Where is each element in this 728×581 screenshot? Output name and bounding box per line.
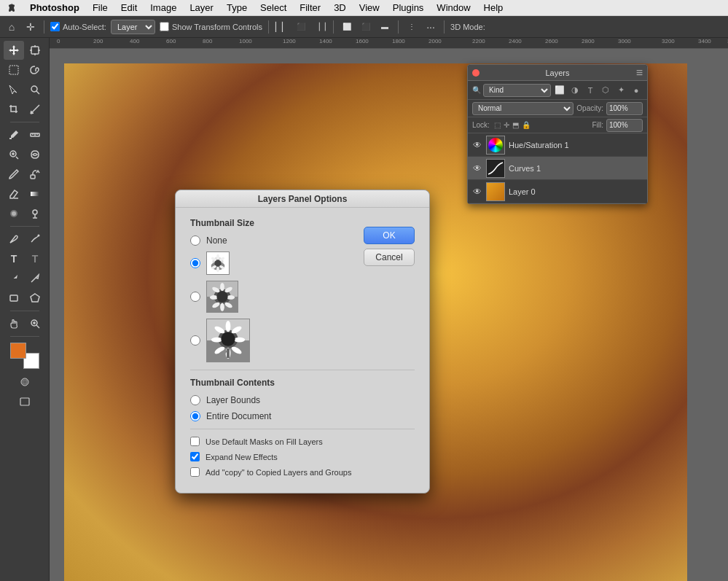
svg-rect-5 [9, 66, 18, 74]
radio-layer-bounds[interactable] [190, 395, 200, 405]
gradient-tool-btn[interactable] [25, 184, 45, 203]
svg-rect-31 [23, 380, 27, 384]
layer-kind-select[interactable]: Kind [483, 84, 551, 97]
blur-tool-btn[interactable] [4, 204, 24, 223]
ruler-tool-btn[interactable] [25, 125, 45, 144]
layer-item-huesat[interactable]: 👁 Hue/Saturation 1 [468, 133, 647, 157]
align-top-icon[interactable]: ⬜ [340, 20, 354, 34]
layer-visibility-layer0[interactable]: 👁 [472, 187, 482, 197]
layers-panel-menu-btn[interactable]: ≡ [636, 66, 643, 79]
healing-tool-btn[interactable] [4, 145, 24, 164]
layer-item-curves[interactable]: 👁 Curves 1 [468, 157, 647, 180]
checkbox-default-masks[interactable] [190, 437, 200, 446]
checkbox-add-copy[interactable] [190, 467, 200, 477]
layer-item-layer0[interactable]: 👁 Layer 0 [468, 180, 647, 203]
align-middle-icon[interactable]: ⬛ [359, 20, 373, 34]
opacity-input[interactable] [606, 102, 643, 115]
toolbar-separator-2 [10, 226, 39, 227]
menu-edit[interactable]: Edit [116, 1, 142, 15]
distribute-icon[interactable]: ⋮ [404, 20, 419, 34]
eraser-tool-btn[interactable] [4, 184, 24, 203]
transform-controls-checkbox[interactable] [160, 22, 169, 31]
slice-tool-btn[interactable] [25, 100, 45, 119]
object-selection-tool-btn[interactable] [4, 80, 24, 99]
menu-photoshop[interactable]: Photoshop [25, 1, 85, 15]
marquee-rect-tool-btn[interactable] [4, 61, 24, 79]
eyedropper-tool-btn[interactable] [4, 125, 24, 144]
patch-tool-btn[interactable] [25, 145, 45, 164]
align-left-icon[interactable]: ▏▏ [275, 20, 289, 34]
lock-all-icon[interactable]: 🔒 [522, 121, 531, 129]
align-right-icon[interactable]: ▕▕ [313, 20, 327, 34]
brush-tool-btn[interactable] [4, 165, 24, 184]
path-selection-tool-btn[interactable] [4, 269, 24, 288]
menu-type[interactable]: Type [222, 1, 252, 15]
layer-name-curves: Curves 1 [509, 164, 643, 173]
lock-pixels-icon[interactable]: ⬚ [494, 121, 501, 129]
menu-window[interactable]: Window [431, 1, 475, 15]
apple-logo-icon[interactable] [6, 2, 17, 14]
menu-select[interactable]: Select [255, 1, 291, 15]
move-tool-btn[interactable] [4, 41, 24, 60]
align-center-h-icon[interactable]: ⬛ [294, 20, 308, 34]
type-filter-btn[interactable]: T [584, 84, 597, 97]
radio-entire-document[interactable] [190, 411, 200, 421]
filter-toggle-btn[interactable]: ● [630, 84, 643, 97]
quick-selection-tool-btn[interactable] [25, 80, 45, 99]
type-mask-tool-btn[interactable]: T [25, 249, 45, 268]
screen-mode-btn[interactable] [15, 392, 35, 411]
adjust-filter-btn[interactable]: ◑ [568, 84, 582, 97]
layer-visibility-curves[interactable]: 👁 [472, 163, 482, 173]
radio-none[interactable] [190, 235, 200, 246]
checkbox-option-add-copy: Add "copy" to Copied Layers and Groups [190, 467, 415, 477]
fill-input[interactable] [606, 119, 643, 132]
menu-view[interactable]: View [354, 1, 385, 15]
menu-layer[interactable]: Layer [184, 1, 219, 15]
more-options-icon[interactable]: ··· [423, 20, 438, 34]
checkbox-expand-effects[interactable] [190, 452, 200, 461]
foreground-color-swatch[interactable] [10, 343, 26, 359]
menu-file[interactable]: File [87, 1, 113, 15]
custom-shape-tool-btn[interactable] [25, 289, 45, 308]
radio-small[interactable] [190, 258, 200, 268]
menu-help[interactable]: Help [479, 1, 509, 15]
dodge-tool-btn[interactable] [25, 204, 45, 223]
crop-tool-btn[interactable] [4, 100, 24, 119]
radio-option-large [190, 319, 415, 362]
dialog-cancel-btn[interactable]: Cancel [364, 249, 415, 266]
dialog-ok-btn[interactable]: OK [364, 227, 415, 244]
toolbar-separator-3 [10, 311, 39, 311]
clone-tool-btn[interactable] [25, 165, 45, 184]
layer-visibility-huesat[interactable]: 👁 [472, 140, 482, 150]
move-icon[interactable]: ✛ [23, 20, 38, 34]
direct-selection-tool-btn[interactable] [25, 269, 45, 288]
menu-image[interactable]: Image [145, 1, 181, 15]
lasso-tool-btn[interactable] [25, 61, 45, 79]
rectangle-shape-tool-btn[interactable] [4, 289, 24, 308]
hand-tool-btn[interactable] [4, 314, 24, 333]
pixel-filter-btn[interactable]: ⬜ [553, 84, 566, 97]
zoom-tool-btn[interactable] [25, 314, 45, 333]
layers-panel-close-btn[interactable] [472, 69, 480, 77]
freeform-pen-tool-btn[interactable] [25, 230, 45, 249]
align-bottom-icon[interactable]: ▬ [377, 20, 392, 34]
pen-tool-btn[interactable] [4, 230, 24, 249]
radio-medium[interactable] [190, 292, 200, 302]
lock-artboard-icon[interactable]: ⬒ [512, 121, 519, 129]
smart-filter-btn[interactable]: ✦ [614, 84, 627, 97]
type-tool-btn[interactable]: T [4, 249, 24, 268]
shape-filter-btn[interactable]: ⬡ [599, 84, 612, 97]
lock-position-icon[interactable]: ✛ [504, 121, 509, 129]
menu-plugins[interactable]: Plugins [388, 1, 429, 15]
menu-3d[interactable]: 3D [329, 1, 351, 15]
thumb-preview-medium [206, 281, 238, 313]
blend-mode-select[interactable]: Normal [472, 102, 574, 115]
menu-filter[interactable]: Filter [294, 1, 326, 15]
quick-mask-btn[interactable] [15, 373, 35, 391]
artboard-tool-btn[interactable] [25, 41, 45, 60]
autoselect-checkbox[interactable] [50, 22, 60, 31]
radio-large[interactable] [190, 335, 200, 346]
home-icon[interactable]: ⌂ [4, 20, 19, 34]
color-swatches[interactable] [10, 343, 39, 369]
autoselect-select[interactable]: Layer Group [111, 20, 155, 34]
